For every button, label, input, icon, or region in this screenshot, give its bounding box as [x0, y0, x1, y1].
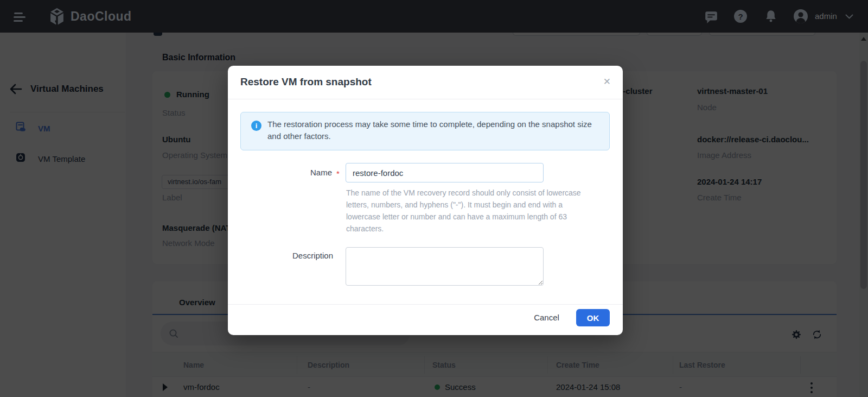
- name-help-text: The name of the VM recovery record shoul…: [346, 187, 595, 235]
- info-alert-text: The restoration process may take some ti…: [267, 118, 601, 142]
- ok-button[interactable]: OK: [576, 309, 610, 326]
- daocloud-cube-icon: [48, 8, 66, 26]
- restore-vm-modal: Restore VM from snapshot ✕ i The restora…: [228, 66, 623, 335]
- description-field-label: Description: [284, 250, 333, 261]
- notification-bell-icon[interactable]: [764, 9, 778, 23]
- info-alert: i The restoration process may take some …: [240, 112, 610, 150]
- message-icon[interactable]: [704, 10, 718, 24]
- user-avatar[interactable]: [793, 9, 808, 24]
- svg-text:?: ?: [738, 12, 743, 21]
- name-input[interactable]: [346, 163, 544, 182]
- name-field-label: Name: [289, 167, 332, 178]
- help-icon[interactable]: ?: [733, 9, 748, 23]
- chevron-down-icon[interactable]: [845, 14, 853, 19]
- modal-title: Restore VM from snapshot: [240, 75, 372, 89]
- cancel-button[interactable]: Cancel: [532, 312, 561, 323]
- modal-footer-divider: [228, 304, 623, 305]
- username-label[interactable]: admin: [815, 11, 837, 22]
- required-asterisk: *: [336, 168, 340, 179]
- info-icon: i: [251, 121, 261, 131]
- app-window: Virtual Machines VM VM Template Basic In…: [0, 0, 868, 397]
- top-navbar: DaoCloud ? admin: [0, 0, 868, 33]
- close-icon[interactable]: ✕: [603, 77, 611, 87]
- description-textarea[interactable]: [346, 247, 544, 286]
- brand-name: DaoCloud: [71, 8, 132, 25]
- modal-header-divider: [228, 99, 623, 99]
- brand-logo[interactable]: DaoCloud: [48, 7, 167, 26]
- hamburger-menu-icon[interactable]: [0, 0, 35, 33]
